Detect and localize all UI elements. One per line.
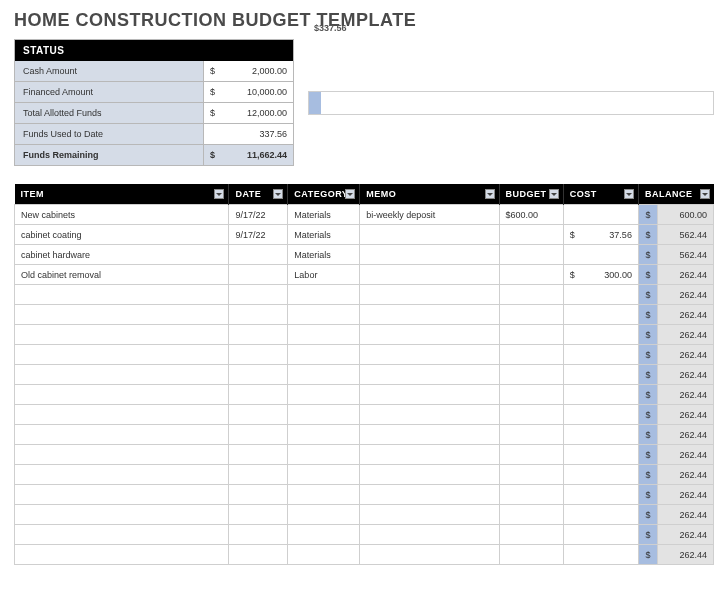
cell-category[interactable] (288, 385, 360, 405)
cell-memo[interactable] (360, 225, 499, 245)
cell-date[interactable] (229, 385, 288, 405)
cell-memo[interactable] (360, 405, 499, 425)
cell-item[interactable] (15, 405, 229, 425)
cell-item[interactable]: cabinet coating (15, 225, 229, 245)
cell-item[interactable] (15, 325, 229, 345)
cell-budget[interactable] (499, 545, 563, 565)
cell-memo[interactable] (360, 365, 499, 385)
column-header-memo[interactable]: MEMO (360, 184, 499, 205)
cell-category[interactable]: Materials (288, 205, 360, 225)
cell-item[interactable]: Old cabinet removal (15, 265, 229, 285)
cell-date[interactable]: 9/17/22 (229, 205, 288, 225)
cell-memo[interactable] (360, 485, 499, 505)
cell-item[interactable] (15, 385, 229, 405)
cell-cost[interactable] (563, 485, 638, 505)
cell-memo[interactable] (360, 245, 499, 265)
cell-category[interactable]: Materials (288, 245, 360, 265)
filter-icon[interactable] (624, 189, 634, 199)
cell-memo[interactable] (360, 445, 499, 465)
cell-date[interactable] (229, 505, 288, 525)
cell-memo[interactable] (360, 345, 499, 365)
cell-item[interactable] (15, 305, 229, 325)
cell-category[interactable] (288, 445, 360, 465)
cell-cost[interactable] (563, 445, 638, 465)
cell-category[interactable] (288, 485, 360, 505)
column-header-date[interactable]: DATE (229, 184, 288, 205)
cell-cost[interactable] (563, 305, 638, 325)
cell-memo[interactable] (360, 385, 499, 405)
cell-category[interactable] (288, 405, 360, 425)
cell-date[interactable] (229, 365, 288, 385)
cell-category[interactable] (288, 345, 360, 365)
cell-category[interactable] (288, 305, 360, 325)
cell-budget[interactable]: $600.00 (499, 205, 563, 225)
column-header-category[interactable]: CATEGORY (288, 184, 360, 205)
column-header-budget[interactable]: BUDGET (499, 184, 563, 205)
cell-budget[interactable] (499, 245, 563, 265)
filter-icon[interactable] (485, 189, 495, 199)
cell-memo[interactable] (360, 545, 499, 565)
cell-item[interactable] (15, 465, 229, 485)
cell-budget[interactable] (499, 445, 563, 465)
cell-budget[interactable] (499, 285, 563, 305)
cell-date[interactable] (229, 545, 288, 565)
cell-item[interactable] (15, 285, 229, 305)
cell-item[interactable] (15, 345, 229, 365)
column-header-balance[interactable]: BALANCE (638, 184, 713, 205)
cell-date[interactable] (229, 305, 288, 325)
cell-budget[interactable] (499, 345, 563, 365)
cell-budget[interactable] (499, 465, 563, 485)
cell-date[interactable] (229, 425, 288, 445)
cell-cost[interactable] (563, 205, 638, 225)
cell-item[interactable] (15, 425, 229, 445)
cell-budget[interactable] (499, 305, 563, 325)
cell-budget[interactable] (499, 505, 563, 525)
filter-icon[interactable] (345, 189, 355, 199)
cell-category[interactable] (288, 505, 360, 525)
column-header-cost[interactable]: COST (563, 184, 638, 205)
cell-memo[interactable] (360, 525, 499, 545)
cell-category[interactable] (288, 365, 360, 385)
cell-category[interactable] (288, 545, 360, 565)
filter-icon[interactable] (214, 189, 224, 199)
cell-cost[interactable] (563, 345, 638, 365)
cell-date[interactable] (229, 485, 288, 505)
cell-category[interactable] (288, 465, 360, 485)
cell-budget[interactable] (499, 425, 563, 445)
cell-cost[interactable] (563, 525, 638, 545)
cell-memo[interactable] (360, 325, 499, 345)
cell-category[interactable]: Materials (288, 225, 360, 245)
filter-icon[interactable] (700, 189, 710, 199)
cell-cost[interactable]: $300.00 (563, 265, 638, 285)
cell-memo[interactable] (360, 305, 499, 325)
cell-cost[interactable] (563, 285, 638, 305)
cell-item[interactable] (15, 525, 229, 545)
cell-cost[interactable] (563, 325, 638, 345)
cell-date[interactable] (229, 245, 288, 265)
cell-budget[interactable] (499, 365, 563, 385)
cell-cost[interactable] (563, 385, 638, 405)
cell-memo[interactable]: bi-weekly deposit (360, 205, 499, 225)
cell-item[interactable]: cabinet hardware (15, 245, 229, 265)
cell-budget[interactable] (499, 525, 563, 545)
filter-icon[interactable] (549, 189, 559, 199)
cell-budget[interactable] (499, 485, 563, 505)
cell-date[interactable] (229, 445, 288, 465)
column-header-item[interactable]: ITEM (15, 184, 229, 205)
cell-memo[interactable] (360, 505, 499, 525)
cell-memo[interactable] (360, 265, 499, 285)
cell-item[interactable]: New cabinets (15, 205, 229, 225)
cell-date[interactable] (229, 465, 288, 485)
cell-category[interactable] (288, 285, 360, 305)
cell-budget[interactable] (499, 325, 563, 345)
cell-item[interactable] (15, 365, 229, 385)
cell-date[interactable] (229, 285, 288, 305)
cell-item[interactable] (15, 545, 229, 565)
filter-icon[interactable] (273, 189, 283, 199)
cell-date[interactable] (229, 265, 288, 285)
cell-memo[interactable] (360, 465, 499, 485)
cell-memo[interactable] (360, 285, 499, 305)
cell-cost[interactable] (563, 405, 638, 425)
cell-date[interactable] (229, 345, 288, 365)
cell-cost[interactable] (563, 505, 638, 525)
